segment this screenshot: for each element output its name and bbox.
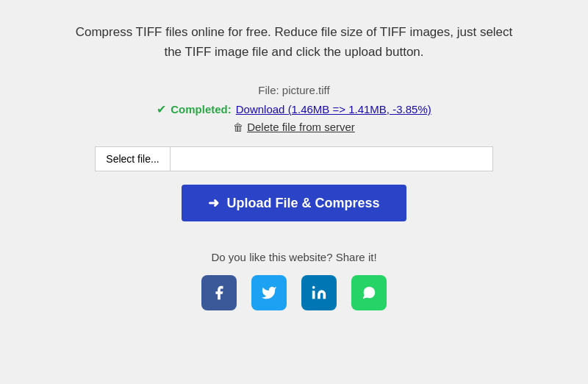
file-input-row: Select file... <box>15 146 573 171</box>
checkmark-icon: ✔ <box>157 102 166 116</box>
file-info-section: File: picture.tiff ✔ Completed: Download… <box>15 84 573 133</box>
trash-icon: 🗑 <box>233 121 243 133</box>
twitter-icon[interactable] <box>251 275 287 310</box>
svg-rect-0 <box>312 291 315 299</box>
description-text: Compress TIFF files online for free. Red… <box>15 22 573 62</box>
linkedin-icon[interactable] <box>301 275 337 310</box>
delete-row: 🗑 Delete file from server <box>15 121 573 133</box>
svg-point-1 <box>312 286 315 289</box>
share-section: Do you like this website? Share it! <box>15 251 573 310</box>
delete-link[interactable]: Delete file from server <box>247 121 355 133</box>
facebook-icon[interactable] <box>201 275 237 310</box>
file-name-label: File: picture.tiff <box>15 84 573 96</box>
upload-button-label: Upload File & Compress <box>226 196 379 211</box>
upload-button[interactable]: ➜ Upload File & Compress <box>182 185 406 221</box>
completed-label: Completed: <box>171 103 232 115</box>
completed-row: ✔ Completed: Download (1.46MB => 1.41MB,… <box>15 102 573 116</box>
select-file-button[interactable]: Select file... <box>95 146 169 171</box>
main-container: Compress TIFF files online for free. Red… <box>0 0 588 333</box>
file-input-field[interactable] <box>170 146 493 171</box>
arrow-icon: ➜ <box>208 195 219 211</box>
social-icons-row <box>15 275 573 310</box>
share-text: Do you like this website? Share it! <box>15 251 573 263</box>
download-link[interactable]: Download (1.46MB => 1.41MB, -3.85%) <box>236 103 431 115</box>
whatsapp-icon[interactable] <box>351 275 387 310</box>
